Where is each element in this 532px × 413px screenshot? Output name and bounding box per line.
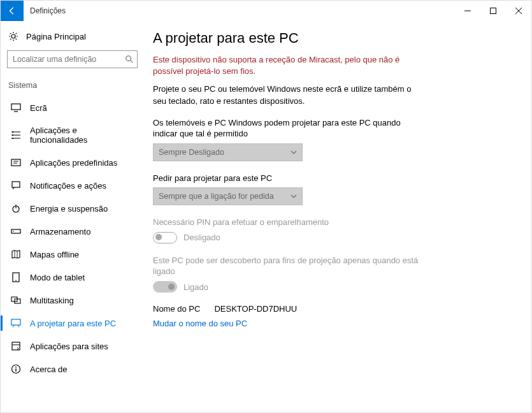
sidebar-item-display[interactable]: Ecrã (1, 96, 144, 119)
svg-rect-15 (11, 159, 20, 166)
maximize-icon (490, 8, 496, 14)
title-bar: Definições (1, 1, 531, 21)
home-link[interactable]: Página Principal (1, 27, 144, 45)
sidebar-item-tablet-mode[interactable]: Modo de tablet (1, 266, 144, 289)
discoverable-toggle[interactable] (153, 281, 177, 293)
maximize-button[interactable] (480, 1, 506, 21)
intro-text: Projete o seu PC ou telemóvel Windows ne… (153, 83, 421, 106)
default-apps-icon (11, 157, 21, 168)
close-icon (515, 8, 522, 14)
search-icon (125, 55, 134, 64)
back-button[interactable] (1, 1, 24, 21)
sidebar-item-label: Aplicações para sites (30, 342, 108, 351)
discoverable-state: Ligado (183, 282, 208, 292)
svg-rect-21 (11, 229, 20, 233)
multitasking-icon (11, 295, 21, 305)
storage-icon (11, 226, 21, 236)
map-icon (11, 249, 21, 259)
sidebar-item-label: Multitasking (30, 296, 74, 305)
rename-pc-link[interactable]: Mudar o nome do seu PC (153, 319, 516, 328)
sidebar-item-projecting[interactable]: A projetar para este PC (1, 312, 144, 335)
project-permission-select[interactable]: Sempre Desligado (153, 143, 303, 161)
window-controls (455, 1, 531, 21)
svg-point-5 (126, 56, 131, 61)
project-icon (11, 318, 21, 328)
minimize-icon (464, 8, 471, 14)
svg-rect-7 (11, 104, 20, 110)
ask-to-project-select[interactable]: Sempre que a ligação for pedida (153, 187, 303, 205)
select-value: Sempre Desligado (159, 148, 224, 157)
display-icon (11, 103, 21, 113)
sidebar-item-label: Mapas offline (30, 250, 79, 259)
sidebar-item-notifications[interactable]: Notificações e ações (1, 174, 144, 197)
minimize-button[interactable] (455, 1, 480, 21)
search-box[interactable] (7, 50, 138, 68)
apps-sites-icon (11, 341, 21, 351)
sidebar-item-label: Modo de tablet (30, 273, 85, 282)
sidebar-item-apps-for-websites[interactable]: Aplicações para sites (1, 335, 144, 358)
ask-to-project-label: Pedir para projetar para este PC (153, 173, 421, 184)
svg-point-12 (12, 131, 13, 133)
sidebar-item-label: Notificações e ações (30, 181, 106, 191)
gear-icon (8, 31, 18, 41)
home-label: Página Principal (26, 32, 86, 41)
sidebar-item-label: Aplicações e funcionalidades (30, 126, 136, 145)
arrow-left-icon (8, 6, 17, 15)
power-icon (11, 203, 21, 214)
info-icon (11, 364, 21, 374)
sidebar-item-label: Ecrã (30, 103, 47, 113)
search-input[interactable] (7, 50, 138, 68)
require-pin-toggle[interactable] (153, 232, 177, 243)
sidebar-item-label: Energia e suspensão (30, 204, 108, 214)
sidebar-item-power[interactable]: Energia e suspensão (1, 197, 144, 220)
chevron-down-icon (291, 149, 297, 156)
project-permission-label: Os telemóveis e PC Windows podem projeta… (153, 117, 421, 140)
sidebar-item-storage[interactable]: Armazenamento (1, 220, 144, 243)
window-title: Definições (24, 1, 455, 21)
svg-point-32 (15, 366, 17, 368)
close-button[interactable] (506, 1, 531, 21)
tablet-icon (11, 272, 21, 282)
svg-point-22 (13, 231, 14, 232)
svg-rect-29 (11, 319, 20, 325)
pc-name-row: Nome do PC DESKTOP-DD7DHUU (153, 304, 516, 314)
svg-rect-18 (12, 182, 20, 187)
list-icon (11, 130, 21, 140)
sidebar-item-label: A projetar para este PC (30, 319, 116, 328)
sidebar: Página Principal Sistema Ecrã Aplicações… (1, 21, 144, 412)
svg-line-6 (131, 61, 133, 63)
pc-name-label: Nome do PC (153, 304, 200, 314)
select-value: Sempre que a ligação for pedida (159, 192, 274, 201)
sidebar-item-offline-maps[interactable]: Mapas offline (1, 243, 144, 266)
discoverable-label: Este PC pode ser descoberto para fins de… (153, 255, 421, 277)
sidebar-item-about[interactable]: Acerca de (1, 358, 144, 380)
require-pin-label: Necessário PIN para efetuar o emparelham… (153, 217, 421, 228)
sidebar-group-label: Sistema (1, 77, 144, 94)
miracast-warning: Este dispositivo não suporta a receção d… (153, 54, 421, 77)
page-title: A projetar para este PC (153, 30, 516, 47)
chevron-down-icon (291, 193, 297, 199)
pc-name-value: DESKTOP-DD7DHUU (214, 304, 297, 314)
sidebar-item-apps-features[interactable]: Aplicações e funcionalidades (1, 119, 144, 151)
main-panel: A projetar para este PC Este dispositivo… (144, 21, 531, 412)
svg-point-13 (12, 134, 13, 136)
require-pin-state: Desligado (183, 233, 220, 242)
svg-point-14 (12, 138, 13, 139)
svg-point-26 (15, 280, 17, 281)
sidebar-item-multitasking[interactable]: Multitasking (1, 289, 144, 312)
notification-icon (11, 180, 21, 191)
svg-rect-1 (491, 8, 496, 14)
svg-point-4 (11, 34, 15, 38)
sidebar-item-default-apps[interactable]: Aplicações predefinidas (1, 151, 144, 174)
sidebar-item-label: Armazenamento (30, 227, 90, 236)
sidebar-item-label: Aplicações predefinidas (30, 158, 117, 168)
sidebar-item-label: Acerca de (30, 365, 68, 374)
